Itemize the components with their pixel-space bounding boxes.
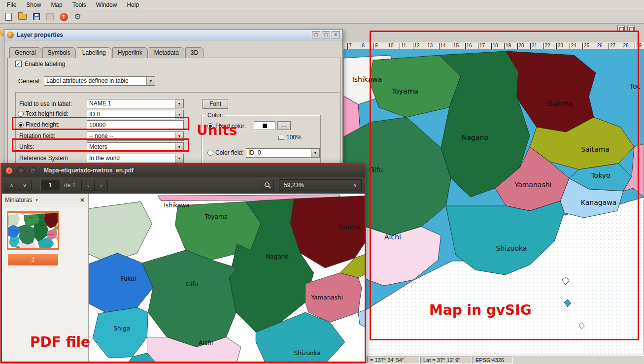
menu-map[interactable]: Map [46, 0, 67, 9]
general-combo[interactable]: Label attributes defined in table ▼ [44, 76, 155, 86]
tab-general[interactable]: General [9, 47, 41, 58]
stop-button[interactable]: ! [58, 11, 70, 23]
menu-help[interactable]: Help [122, 0, 144, 9]
zoom-select[interactable]: 59,23% ∨ [279, 179, 362, 191]
new-document-button[interactable] [2, 11, 15, 23]
restore-view-icon[interactable] [617, 26, 625, 32]
rotation-label: Rotation field: [19, 132, 55, 139]
chevron-down-icon: ∨ [353, 183, 357, 188]
tools-button[interactable]: ⚙ [71, 11, 84, 23]
ruler-tick: 12 [413, 43, 420, 49]
ruler-tick: 8 [361, 43, 365, 49]
ruler-tick: 15 [452, 43, 459, 49]
reference-system-combo-value: In the world [87, 154, 175, 163]
tab-3d[interactable]: 3D [185, 47, 203, 58]
color-field-combo[interactable]: ID_0 ▼ [246, 148, 320, 158]
ruler-tick: 18 [491, 43, 498, 49]
sidebar-title[interactable]: Miniaturas [5, 197, 32, 203]
map-label-shiga: Shiga [13, 240, 16, 242]
pdf-page[interactable]: IshikawaToyamaGunmaNaganoFukuiGifuYamana… [89, 194, 366, 363]
fixed-height-input[interactable] [87, 120, 184, 130]
tab-metadata[interactable]: Metadata [149, 47, 184, 58]
menu-show[interactable]: Show [21, 0, 46, 9]
map-label-gunma: Gunma [339, 224, 361, 231]
maximize-window-icon[interactable]: □ [322, 31, 330, 38]
color-field-combo-value: ID_0 [246, 149, 311, 157]
map-label-shizuoka: Shizuoka [496, 244, 527, 252]
rotation-combo[interactable]: -- none -- ▼ [87, 132, 184, 141]
export-icon [46, 13, 54, 20]
epsg-readout[interactable]: EPSG:4326 [473, 357, 513, 364]
close-icon[interactable]: × [332, 31, 340, 38]
tab-symbols[interactable]: Symbols [42, 47, 76, 58]
units-combo[interactable]: Meters ▼ [87, 142, 184, 152]
color-field-radio[interactable] [207, 150, 213, 156]
open-project-button[interactable] [16, 11, 29, 23]
history-forward-button[interactable]: › [95, 180, 108, 191]
chevron-down-icon[interactable]: ▾ [35, 198, 38, 202]
page-number-input[interactable]: 1 [40, 180, 60, 191]
enable-labeling-checkbox[interactable]: ✓ [15, 61, 22, 67]
fixed-height-label: Fixed height: [26, 121, 60, 128]
search-button[interactable] [261, 180, 274, 191]
color-swatch-field[interactable] [254, 121, 275, 130]
longitude-readout: = 137° 34' 54" [367, 357, 420, 364]
pdf-window-title: Mapa-etiquetado-metros_en.pdf [44, 167, 134, 174]
export-button[interactable] [44, 11, 56, 23]
detach-window-icon[interactable]: □ [312, 31, 320, 38]
menu-file[interactable]: File [2, 0, 21, 9]
ruler-tick: 13 [426, 43, 433, 49]
map-label-gunma: Gunma [548, 99, 573, 107]
fixed-height-radio[interactable] [18, 122, 24, 128]
color-picker-button[interactable]: ... [277, 121, 291, 130]
map-label-yamanashi: Yamanashi [311, 294, 343, 301]
map-label-nagano: Nagano [462, 133, 488, 141]
close-icon[interactable]: × [5, 167, 13, 174]
close-sidebar-icon[interactable]: × [80, 196, 84, 204]
minimize-icon[interactable]: − [17, 167, 25, 174]
thumbnail-map: IshikawaToyamaGunmaNaganoFukuiGifuYamana… [8, 213, 58, 248]
save-icon [33, 13, 40, 20]
ruler-tick: 23 [556, 43, 563, 49]
open-folder-icon [18, 14, 27, 20]
tab-labelling[interactable]: Labelling [77, 47, 111, 59]
ruler-tick: 29 [635, 43, 642, 49]
dialog-title-bar[interactable]: Layer properties □ □ × [4, 30, 342, 40]
map-label-tokyo: Tokyo [590, 171, 610, 179]
history-back-button[interactable]: ‹ [81, 180, 95, 191]
map-label-fukui: Fukui [121, 275, 136, 282]
menu-window[interactable]: Window [91, 0, 122, 9]
text-height-combo[interactable]: ID 0 ▼ [87, 110, 184, 119]
latitude-readout: Lat = 37° 12' 9" [420, 357, 472, 364]
ruler-tick: 21 [530, 43, 537, 49]
ruler-tick: 19 [504, 43, 511, 49]
pdf-toolbar: ∧ ∨ 1 de 1 ‹ › 59,23% ∨ [1, 177, 366, 194]
page-thumbnail[interactable]: IshikawaToyamaGunmaNaganoFukuiGifuYamana… [7, 211, 59, 250]
map-label-yamanashi: Yamanashi [514, 181, 552, 189]
ruler-tick: 17 [478, 43, 485, 49]
pdf-title-bar[interactable]: × − □ Mapa-etiquetado-metros_en.pdf [1, 164, 366, 177]
map-label-nagano: Nagano [40, 225, 44, 227]
text-height-combo-value: ID 0 [87, 110, 175, 119]
tab-hyperlink[interactable]: Hyperlink [112, 47, 148, 58]
maximize-view-icon[interactable] [627, 26, 635, 32]
thumbnail-page-badge[interactable]: 1 [8, 254, 58, 265]
previous-page-button[interactable]: ∧ [5, 180, 18, 191]
search-icon [264, 182, 271, 189]
reference-system-combo[interactable]: In the world ▼ [87, 154, 184, 163]
text-height-field-radio[interactable] [18, 111, 24, 117]
map-label-toc: Toc [629, 82, 641, 90]
ruler-tick: 14 [439, 43, 446, 49]
pdf-viewer-window: × − □ Mapa-etiquetado-metros_en.pdf ∧ ∨ … [1, 164, 366, 363]
next-page-button[interactable]: ∨ [18, 180, 32, 191]
save-button[interactable] [30, 11, 42, 23]
map-label-ishikawa: Ishikawa [22, 214, 27, 216]
field-combo[interactable]: NAME 1 ▼ [87, 99, 184, 108]
menu-tools[interactable]: Tools [68, 0, 91, 9]
maximize-icon[interactable]: □ [29, 167, 36, 174]
color-swatch [263, 124, 267, 128]
layer-properties-icon [7, 32, 14, 38]
font-button[interactable]: Font [203, 99, 228, 109]
chevron-down-icon: ▼ [175, 143, 183, 151]
pdf-map-canvas: IshikawaToyamaGunmaNaganoFukuiGifuYamana… [89, 195, 366, 363]
